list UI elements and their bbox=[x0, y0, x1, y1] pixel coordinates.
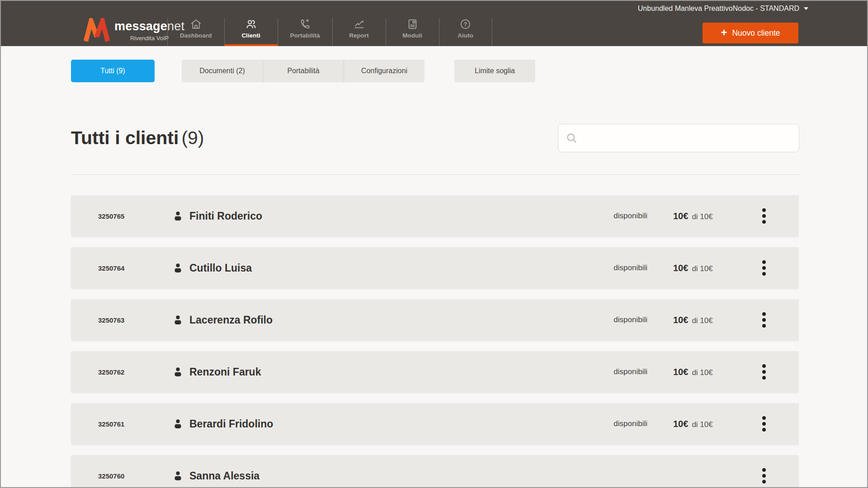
client-status: disponibili bbox=[613, 211, 647, 221]
app-window: Unbundled Manleva PreattivoNodoc - STAND… bbox=[0, 0, 868, 488]
filter-bar: Tutti (9) Documenti (2) Portabilità Conf… bbox=[71, 60, 535, 82]
nav-label-moduli: Moduli bbox=[402, 32, 422, 39]
page-title-count: (9) bbox=[181, 127, 204, 148]
page-title: Tutti i clienti(9) bbox=[71, 127, 204, 149]
nav-label-portabilita: Portabilità bbox=[290, 32, 320, 39]
credit-available: 10€ bbox=[673, 419, 688, 429]
search-input[interactable] bbox=[583, 124, 792, 152]
chart-icon bbox=[353, 18, 365, 30]
credit-total: di 10€ bbox=[692, 368, 712, 377]
nav-item-portabilita[interactable]: Portabilità bbox=[278, 18, 332, 46]
table-row[interactable]: 3250764 Cutillo Luisa disponibili 10€ di… bbox=[71, 247, 799, 289]
credit-total: di 10€ bbox=[692, 420, 712, 429]
client-id: 3250762 bbox=[98, 368, 124, 376]
client-status: disponibili bbox=[613, 263, 647, 272]
main-nav: Dashboard Clienti Portabilità bbox=[167, 18, 492, 46]
client-id: 3250765 bbox=[98, 212, 124, 220]
header-bar: Unbundled Manleva PreattivoNodoc - STAND… bbox=[1, 1, 867, 46]
row-menu-button[interactable] bbox=[754, 203, 774, 229]
client-id: 3250763 bbox=[98, 316, 124, 324]
client-name: Sanna Alessia bbox=[189, 470, 259, 482]
nav-item-aiuto[interactable]: ? Aiuto bbox=[439, 18, 492, 46]
filter-tab-all[interactable]: Tutti (9) bbox=[71, 60, 155, 82]
table-row[interactable]: 3250763 Lacerenza Rofilo disponibili 10€… bbox=[71, 299, 799, 341]
search-icon bbox=[566, 132, 578, 144]
filter-tab-limite-soglia[interactable]: Limite soglia bbox=[454, 60, 535, 82]
nav-item-moduli[interactable]: Moduli bbox=[386, 18, 439, 46]
credit-available: 10€ bbox=[673, 263, 688, 273]
brand-tagline: Rivendita VoIP bbox=[130, 35, 169, 42]
nav-label-aiuto: Aiuto bbox=[458, 32, 473, 39]
new-client-button[interactable]: + Nuovo cliente bbox=[703, 23, 798, 43]
credit-total: di 10€ bbox=[692, 264, 712, 273]
account-selector[interactable]: Unbundled Manleva PreattivoNodoc - STAND… bbox=[638, 5, 808, 13]
nav-item-dashboard[interactable]: Dashboard bbox=[167, 18, 224, 46]
divider bbox=[71, 174, 799, 175]
client-status: disponibili bbox=[613, 367, 647, 376]
table-row[interactable]: 3250762 Renzoni Faruk disponibili 10€ di… bbox=[71, 351, 799, 393]
client-name: Finiti Roderico bbox=[189, 210, 262, 222]
row-menu-button[interactable] bbox=[754, 463, 774, 488]
help-icon: ? bbox=[459, 18, 472, 30]
svg-text:?: ? bbox=[464, 21, 467, 28]
credit-available: 10€ bbox=[673, 211, 688, 221]
nav-label-clienti: Clienti bbox=[241, 32, 260, 39]
client-name: Renzoni Faruk bbox=[189, 366, 261, 378]
person-icon bbox=[172, 470, 184, 482]
person-icon bbox=[172, 314, 184, 326]
client-id: 3250760 bbox=[98, 472, 124, 480]
table-row[interactable]: 3250761 Berardi Fridolino disponibili 10… bbox=[71, 403, 799, 445]
plus-icon: + bbox=[721, 27, 727, 38]
nav-label-report: Report bbox=[349, 32, 369, 39]
person-icon bbox=[172, 210, 184, 222]
client-credit: 10€ di 10€ bbox=[673, 263, 713, 273]
nav-item-clienti[interactable]: Clienti bbox=[224, 18, 278, 46]
table-row[interactable]: 3250765 Finiti Roderico disponibili 10€ … bbox=[71, 195, 799, 237]
client-credit: 10€ di 10€ bbox=[673, 419, 713, 429]
client-id: 3250761 bbox=[98, 420, 124, 428]
client-status: disponibili bbox=[613, 315, 647, 324]
nav-item-report[interactable]: Report bbox=[332, 18, 386, 46]
people-icon bbox=[245, 18, 257, 30]
row-menu-button[interactable] bbox=[754, 411, 774, 436]
client-name: Berardi Fridolino bbox=[189, 418, 273, 430]
person-icon bbox=[172, 262, 184, 274]
new-client-label: Nuovo cliente bbox=[732, 28, 780, 38]
filter-group: Documenti (2) Portabilità Configurazioni bbox=[182, 60, 425, 82]
phone-forward-icon bbox=[299, 18, 311, 30]
credit-total: di 10€ bbox=[692, 212, 712, 221]
client-name: Lacerenza Rofilo bbox=[189, 314, 273, 326]
client-id: 3250764 bbox=[98, 264, 124, 272]
client-credit: 10€ di 10€ bbox=[673, 315, 713, 325]
person-icon bbox=[172, 418, 184, 430]
home-icon bbox=[190, 18, 202, 30]
page-title-text: Tutti i clienti bbox=[71, 127, 179, 148]
row-menu-button[interactable] bbox=[754, 255, 774, 281]
row-menu-button[interactable] bbox=[754, 359, 774, 385]
chevron-down-icon bbox=[804, 7, 808, 10]
brand-name-bold: message bbox=[114, 19, 167, 33]
client-name: Cutillo Luisa bbox=[189, 262, 252, 274]
nav-label-dashboard: Dashboard bbox=[180, 32, 212, 39]
credit-available: 10€ bbox=[673, 367, 688, 377]
credit-available: 10€ bbox=[673, 315, 688, 325]
client-status: disponibili bbox=[613, 419, 647, 428]
account-label: Unbundled Manleva PreattivoNodoc - STAND… bbox=[638, 5, 799, 13]
table-row[interactable]: 3250760 Sanna Alessia bbox=[71, 455, 799, 488]
row-menu-button[interactable] bbox=[754, 307, 774, 333]
filter-tab-documenti[interactable]: Documenti (2) bbox=[182, 60, 263, 82]
client-credit: 10€ di 10€ bbox=[673, 211, 713, 221]
client-list: 3250765 Finiti Roderico disponibili 10€ … bbox=[71, 195, 799, 488]
filter-tab-portabilita[interactable]: Portabilità bbox=[263, 60, 344, 82]
messagenet-m-icon bbox=[84, 18, 110, 43]
person-icon bbox=[172, 366, 184, 378]
client-credit: 10€ di 10€ bbox=[673, 367, 713, 377]
filter-tab-configurazioni[interactable]: Configurazioni bbox=[344, 60, 425, 82]
credit-total: di 10€ bbox=[692, 316, 712, 325]
form-icon bbox=[406, 18, 419, 30]
search-box bbox=[558, 124, 799, 152]
